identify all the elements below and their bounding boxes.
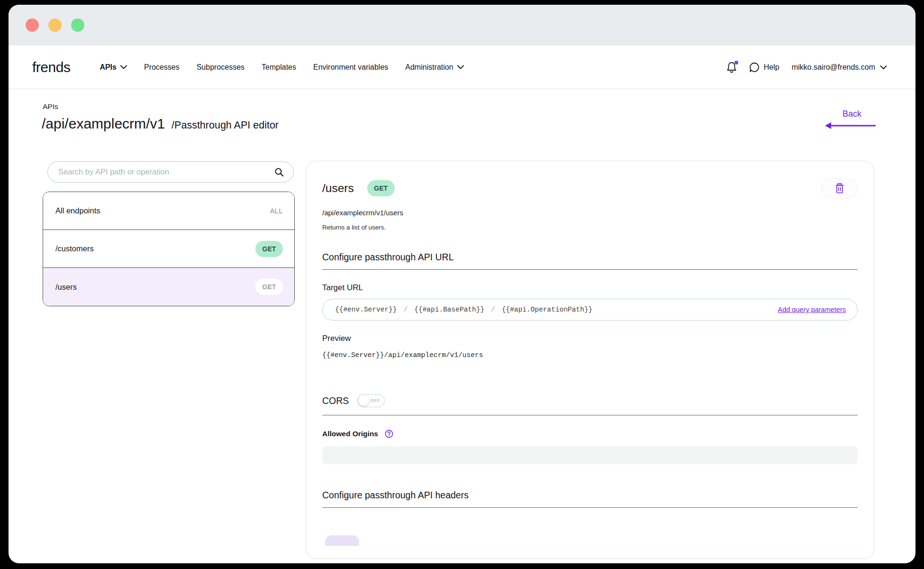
section-divider (322, 269, 858, 270)
endpoint-list: All endpoints ALL /customers GET /users … (43, 192, 295, 306)
page-subtitle: /Passthrough API editor (172, 119, 279, 131)
passthrough-editor-panel: /users GET /api/examplecrm/v1/users Retu… (306, 161, 874, 559)
nav-item-subprocesses[interactable]: Subprocesses (197, 63, 245, 72)
notifications-bell-icon[interactable] (726, 62, 737, 73)
nav-item-administration[interactable]: Administration (405, 63, 463, 72)
nav-item-apis[interactable]: APIs (100, 63, 127, 72)
preview-label: Preview (322, 334, 858, 343)
top-navbar: frends APIs Processes Subprocesses Templ… (9, 46, 915, 89)
arrow-left-icon (824, 122, 880, 129)
app-window: frends APIs Processes Subprocesses Templ… (9, 5, 915, 563)
target-url-label: Target URL (322, 283, 858, 293)
breadcrumb: APIs (43, 102, 58, 111)
page-title-row: /api/examplecrm/v1 /Passthrough API edit… (42, 116, 279, 132)
delete-endpoint-button[interactable] (822, 178, 858, 198)
add-query-parameters-link[interactable]: Add query parameters (778, 306, 846, 313)
url-section-heading: Configure passthrough API URL (322, 252, 858, 263)
minimize-window-button[interactable] (48, 18, 62, 32)
cors-label: CORS (322, 395, 349, 406)
target-url-input[interactable]: {{#env.Server}} / {{#api.BasePath}} / {{… (322, 299, 858, 321)
back-button[interactable]: Back (824, 109, 880, 129)
toggle-state-label: OFF (371, 398, 380, 403)
question-circle-icon[interactable] (385, 430, 393, 438)
get-method-badge: GET (255, 241, 283, 257)
back-label: Back (824, 109, 880, 119)
section-divider (322, 415, 858, 415)
search-icon[interactable] (274, 167, 284, 177)
close-window-button[interactable] (26, 18, 39, 32)
navbar-right-group: Help mikko.sairo@frends.com (726, 62, 887, 73)
endpoint-path: /users (322, 182, 354, 195)
url-separator: / (491, 306, 495, 313)
page-title: /api/examplecrm/v1 (42, 116, 165, 132)
endpoint-row-users[interactable]: /users GET (43, 268, 294, 306)
endpoint-description: Returns a list of users. (322, 224, 858, 231)
chevron-down-icon (457, 65, 464, 69)
endpoint-row-all[interactable]: All endpoints ALL (43, 192, 294, 230)
allowed-origins-row: Allowed Origins (322, 430, 858, 438)
cors-toggle[interactable]: OFF (357, 394, 385, 407)
frends-logo[interactable]: frends (32, 59, 70, 75)
help-bubble-icon (749, 62, 760, 73)
url-token-basepath: {{#api.BasePath}} (414, 306, 484, 313)
chevron-down-icon (120, 65, 127, 69)
maximize-window-button[interactable] (71, 18, 84, 32)
editor-header: /users GET (322, 178, 858, 198)
screen: frends APIs Processes Subprocesses Templ… (0, 0, 924, 569)
url-separator: / (404, 306, 408, 313)
help-label: Help (764, 63, 779, 72)
get-method-badge: GET (367, 180, 395, 196)
endpoint-search (47, 161, 294, 183)
allowed-origins-input[interactable] (322, 446, 858, 464)
badge-all: ALL (270, 207, 283, 215)
url-token-operationpath: {{#api.OperationPath}} (502, 306, 592, 313)
endpoint-full-path: /api/examplecrm/v1/users (322, 209, 858, 217)
notification-dot (734, 61, 738, 64)
user-menu[interactable]: mikko.sairo@frends.com (792, 63, 887, 72)
trash-icon (835, 183, 844, 193)
nav-item-environment-variables[interactable]: Environment variables (313, 63, 388, 72)
window-titlebar (9, 5, 915, 46)
toggle-knob (358, 395, 369, 406)
endpoint-row-customers[interactable]: /customers GET (43, 230, 294, 268)
partial-hidden-pill (325, 535, 359, 546)
allowed-origins-label: Allowed Origins (322, 430, 378, 438)
url-token-server: {{#env.Server}} (335, 306, 397, 313)
nav-item-processes[interactable]: Processes (144, 63, 180, 72)
nav-item-templates[interactable]: Templates (262, 63, 296, 72)
preview-url-value: {{#env.Server}}/api/examplecrm/v1/users (322, 351, 858, 359)
cors-row: CORS OFF (322, 394, 858, 407)
traffic-lights (26, 18, 84, 32)
user-email: mikko.sairo@frends.com (792, 63, 875, 72)
get-method-badge: GET (255, 279, 283, 295)
help-button[interactable]: Help (749, 62, 779, 73)
chevron-down-icon (880, 65, 887, 70)
section-divider (322, 507, 858, 508)
headers-section-heading: Configure passthrough API headers (322, 490, 858, 501)
search-input[interactable] (58, 167, 274, 176)
main-navigation: APIs Processes Subprocesses Templates En… (100, 63, 463, 72)
